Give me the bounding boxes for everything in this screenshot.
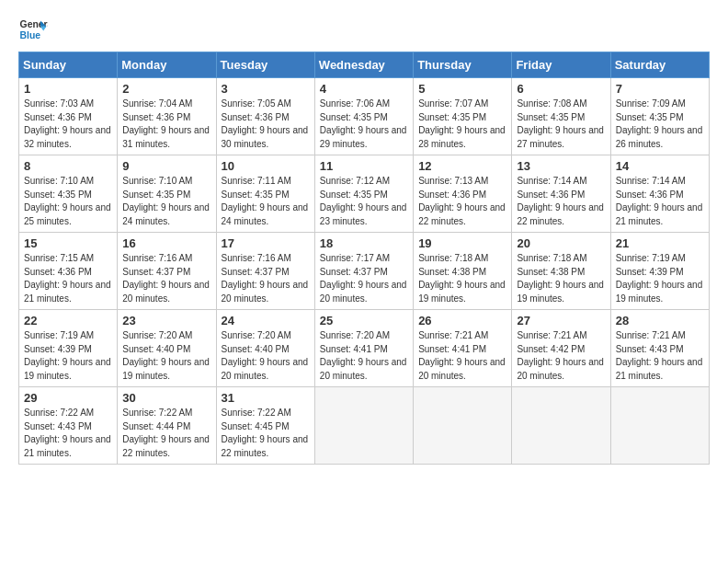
daylight-label: Daylight: 9 hours and 20 minutes. — [320, 357, 407, 381]
sunrise-label: Sunrise: 7:20 AM — [122, 330, 192, 340]
daylight-label: Daylight: 9 hours and 31 minutes. — [122, 125, 210, 149]
day-info: Sunrise: 7:20 AM Sunset: 4:40 PM Dayligh… — [122, 329, 210, 383]
sunset-label: Sunset: 4:36 PM — [418, 190, 486, 200]
day-info: Sunrise: 7:11 AM Sunset: 4:35 PM Dayligh… — [222, 175, 310, 228]
daylight-label: Daylight: 9 hours and 19 minutes. — [122, 357, 210, 381]
day-number: 15 — [24, 236, 112, 250]
day-number: 29 — [24, 391, 112, 405]
week-row-2: 8 Sunrise: 7:10 AM Sunset: 4:35 PM Dayli… — [19, 155, 710, 233]
day-number: 4 — [320, 82, 408, 96]
day-info: Sunrise: 7:04 AM Sunset: 4:36 PM Dayligh… — [122, 98, 210, 151]
day-info: Sunrise: 7:20 AM Sunset: 4:40 PM Dayligh… — [222, 329, 310, 383]
day-number: 3 — [222, 82, 310, 96]
sunset-label: Sunset: 4:44 PM — [122, 421, 190, 431]
day-number: 28 — [616, 314, 704, 327]
sunrise-label: Sunrise: 7:14 AM — [616, 176, 686, 186]
calendar-cell: 28 Sunrise: 7:21 AM Sunset: 4:43 PM Dayl… — [610, 310, 709, 387]
calendar-cell: 3 Sunrise: 7:05 AM Sunset: 4:36 PM Dayli… — [216, 78, 314, 155]
calendar-cell: 12 Sunrise: 7:13 AM Sunset: 4:36 PM Dayl… — [414, 155, 512, 233]
calendar: SundayMondayTuesdayWednesdayThursdayFrid… — [18, 52, 710, 465]
day-number: 2 — [122, 82, 210, 96]
sunrise-label: Sunrise: 7:08 AM — [517, 98, 586, 109]
sunrise-label: Sunrise: 7:22 AM — [122, 408, 192, 418]
daylight-label: Daylight: 9 hours and 21 minutes. — [24, 434, 111, 458]
sunset-label: Sunset: 4:35 PM — [122, 190, 190, 200]
sunset-label: Sunset: 4:35 PM — [24, 190, 92, 200]
daylight-label: Daylight: 9 hours and 22 minutes. — [517, 202, 604, 226]
calendar-cell: 27 Sunrise: 7:21 AM Sunset: 4:42 PM Dayl… — [512, 310, 610, 387]
calendar-cell: 15 Sunrise: 7:15 AM Sunset: 4:36 PM Dayl… — [19, 233, 118, 310]
sunset-label: Sunset: 4:37 PM — [222, 267, 290, 277]
calendar-cell: 18 Sunrise: 7:17 AM Sunset: 4:37 PM Dayl… — [314, 233, 413, 310]
sunset-label: Sunset: 4:43 PM — [616, 344, 684, 354]
calendar-cell: 14 Sunrise: 7:14 AM Sunset: 4:36 PM Dayl… — [610, 155, 709, 233]
day-number: 31 — [222, 391, 310, 405]
daylight-label: Daylight: 9 hours and 19 minutes. — [517, 280, 604, 304]
sunset-label: Sunset: 4:43 PM — [24, 421, 92, 431]
sunrise-label: Sunrise: 7:17 AM — [320, 253, 390, 263]
sunset-label: Sunset: 4:36 PM — [24, 267, 92, 277]
calendar-cell — [512, 387, 610, 465]
calendar-cell: 11 Sunrise: 7:12 AM Sunset: 4:35 PM Dayl… — [314, 155, 413, 233]
sunrise-label: Sunrise: 7:07 AM — [418, 98, 488, 109]
daylight-label: Daylight: 9 hours and 20 minutes. — [320, 280, 407, 304]
logo-icon: General Blue — [18, 15, 48, 44]
day-info: Sunrise: 7:05 AM Sunset: 4:36 PM Dayligh… — [222, 98, 310, 151]
week-row-5: 29 Sunrise: 7:22 AM Sunset: 4:43 PM Dayl… — [19, 387, 710, 465]
day-info: Sunrise: 7:21 AM Sunset: 4:41 PM Dayligh… — [418, 329, 506, 383]
day-info: Sunrise: 7:14 AM Sunset: 4:36 PM Dayligh… — [616, 175, 704, 228]
day-number: 9 — [122, 159, 210, 173]
calendar-cell: 8 Sunrise: 7:10 AM Sunset: 4:35 PM Dayli… — [19, 155, 118, 233]
day-number: 25 — [320, 314, 408, 327]
day-header-tuesday: Tuesday — [216, 52, 314, 78]
day-number: 12 — [418, 159, 506, 173]
sunset-label: Sunset: 4:36 PM — [24, 112, 92, 122]
day-header-thursday: Thursday — [414, 52, 512, 78]
calendar-cell: 9 Sunrise: 7:10 AM Sunset: 4:35 PM Dayli… — [118, 155, 216, 233]
sunrise-label: Sunrise: 7:22 AM — [222, 408, 291, 418]
sunset-label: Sunset: 4:35 PM — [616, 112, 684, 122]
daylight-label: Daylight: 9 hours and 22 minutes. — [122, 434, 210, 458]
calendar-cell — [314, 387, 413, 465]
sunrise-label: Sunrise: 7:16 AM — [222, 253, 291, 263]
day-number: 24 — [222, 314, 310, 327]
calendar-cell: 22 Sunrise: 7:19 AM Sunset: 4:39 PM Dayl… — [19, 310, 118, 387]
day-info: Sunrise: 7:17 AM Sunset: 4:37 PM Dayligh… — [320, 252, 408, 305]
sunset-label: Sunset: 4:40 PM — [122, 344, 190, 354]
day-number: 16 — [122, 236, 210, 250]
daylight-label: Daylight: 9 hours and 20 minutes. — [122, 280, 210, 304]
sunset-label: Sunset: 4:35 PM — [320, 112, 388, 122]
week-row-4: 22 Sunrise: 7:19 AM Sunset: 4:39 PM Dayl… — [19, 310, 710, 387]
day-header-friday: Friday — [512, 52, 610, 78]
sunrise-label: Sunrise: 7:10 AM — [24, 176, 94, 186]
header: General Blue — [18, 15, 710, 44]
logo: General Blue — [18, 15, 48, 44]
sunset-label: Sunset: 4:39 PM — [616, 267, 684, 277]
sunrise-label: Sunrise: 7:04 AM — [122, 98, 192, 109]
day-info: Sunrise: 7:10 AM Sunset: 4:35 PM Dayligh… — [24, 175, 112, 228]
day-number: 27 — [517, 314, 605, 327]
day-info: Sunrise: 7:22 AM Sunset: 4:44 PM Dayligh… — [122, 407, 210, 460]
daylight-label: Daylight: 9 hours and 21 minutes. — [24, 280, 111, 304]
calendar-cell: 10 Sunrise: 7:11 AM Sunset: 4:35 PM Dayl… — [216, 155, 314, 233]
day-number: 22 — [24, 314, 112, 327]
sunset-label: Sunset: 4:35 PM — [418, 112, 486, 122]
daylight-label: Daylight: 9 hours and 20 minutes. — [222, 357, 309, 381]
sunset-label: Sunset: 4:42 PM — [517, 344, 585, 354]
day-number: 8 — [24, 159, 112, 173]
sunrise-label: Sunrise: 7:21 AM — [616, 330, 686, 340]
day-info: Sunrise: 7:09 AM Sunset: 4:35 PM Dayligh… — [616, 98, 704, 151]
sunset-label: Sunset: 4:36 PM — [616, 190, 684, 200]
sunrise-label: Sunrise: 7:19 AM — [24, 330, 94, 340]
day-number: 19 — [418, 236, 506, 250]
day-info: Sunrise: 7:21 AM Sunset: 4:42 PM Dayligh… — [517, 329, 605, 383]
daylight-label: Daylight: 9 hours and 28 minutes. — [418, 125, 506, 149]
svg-text:Blue: Blue — [20, 30, 41, 40]
day-info: Sunrise: 7:15 AM Sunset: 4:36 PM Dayligh… — [24, 252, 112, 305]
day-number: 7 — [616, 82, 704, 96]
calendar-cell: 7 Sunrise: 7:09 AM Sunset: 4:35 PM Dayli… — [610, 78, 709, 155]
calendar-cell: 29 Sunrise: 7:22 AM Sunset: 4:43 PM Dayl… — [19, 387, 118, 465]
week-row-1: 1 Sunrise: 7:03 AM Sunset: 4:36 PM Dayli… — [19, 78, 710, 155]
day-number: 23 — [122, 314, 210, 327]
sunset-label: Sunset: 4:39 PM — [24, 344, 92, 354]
